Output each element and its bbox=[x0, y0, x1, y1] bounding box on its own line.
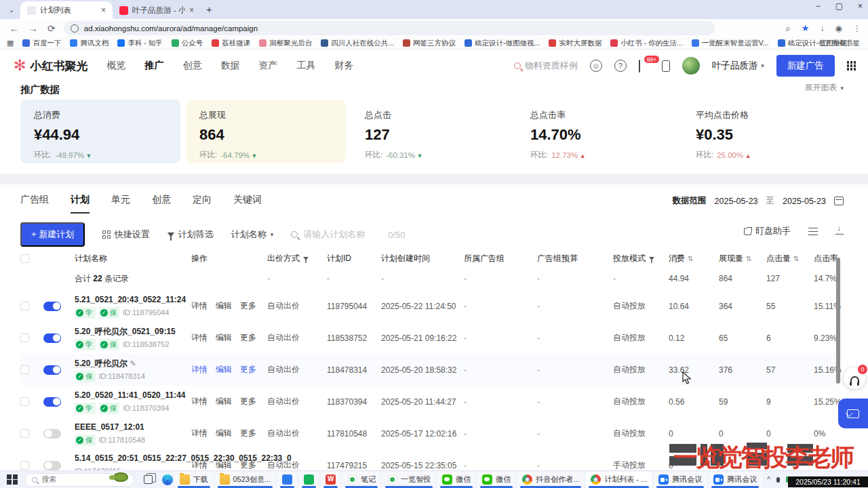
nav-assets[interactable]: 资产 bbox=[258, 60, 277, 72]
edit-link[interactable]: 编辑 bbox=[216, 396, 232, 407]
notifications-bell-icon[interactable]: 99+ bbox=[639, 60, 650, 71]
taskbar-search[interactable]: 搜索 bbox=[24, 473, 134, 487]
tray-expand-icon[interactable]: ^ bbox=[767, 476, 770, 483]
plan-name[interactable]: 5.14_0515_20:51_0515_22:27_0515_22:30_05… bbox=[75, 453, 191, 464]
bookmark-item[interactable]: 稿定设计-做图做视... bbox=[465, 39, 540, 48]
bookmark-item[interactable]: 荔枝微课 bbox=[212, 39, 250, 48]
taskbar-item[interactable] bbox=[299, 472, 319, 488]
filter-icon[interactable] bbox=[303, 256, 309, 260]
col-bid-type[interactable]: 出价方式 bbox=[267, 253, 327, 264]
new-ad-button[interactable]: 新建广告 bbox=[776, 55, 835, 77]
row-checkbox[interactable] bbox=[20, 461, 29, 470]
browser-tab-active[interactable]: 计划列表 × bbox=[20, 1, 113, 19]
bookmark-item[interactable]: 洞察聚光后台 bbox=[259, 39, 312, 48]
taskbar-item[interactable]: 下载 bbox=[175, 472, 213, 488]
taskbar-item[interactable]: 腾讯会议 bbox=[654, 472, 707, 488]
taskbar-item[interactable]: 微信 bbox=[477, 472, 515, 488]
tab-close-icon[interactable]: × bbox=[189, 5, 194, 15]
tab-creative[interactable]: 创意 bbox=[152, 194, 171, 214]
tab-unit[interactable]: 单元 bbox=[111, 194, 130, 214]
plan-status-toggle[interactable] bbox=[43, 397, 61, 407]
message-button[interactable] bbox=[838, 399, 868, 428]
reload-icon[interactable]: ⟳ bbox=[47, 23, 56, 34]
edit-link[interactable]: 编辑 bbox=[216, 460, 232, 470]
taskbar-item[interactable]: 笔记 bbox=[342, 472, 380, 488]
more-link[interactable]: 更多 bbox=[240, 364, 256, 375]
bookmark-item[interactable]: 腾讯文档 bbox=[70, 39, 108, 48]
detail-link[interactable]: 详情 bbox=[191, 300, 208, 312]
edit-pencil-icon[interactable]: ✎ bbox=[130, 359, 136, 367]
help-icon[interactable]: ? bbox=[614, 60, 627, 72]
taskbar-item[interactable]: 计划列表 - ... bbox=[586, 472, 652, 488]
account-menu[interactable]: 叶子品质游▾ bbox=[712, 60, 764, 72]
new-plan-button[interactable]: + 新建计划 bbox=[20, 222, 85, 247]
plan-status-toggle[interactable] bbox=[43, 461, 61, 470]
nav-data[interactable]: 数据 bbox=[220, 60, 239, 72]
select-all-checkbox[interactable] bbox=[20, 254, 29, 263]
tab-close-icon[interactable]: × bbox=[101, 5, 106, 15]
tab-search-caret[interactable]: ⌄ bbox=[4, 3, 19, 16]
all-bookmarks-button[interactable]: 所有书签 bbox=[821, 39, 860, 48]
bookmark-item[interactable]: 网签三方协议 bbox=[403, 39, 456, 48]
row-checkbox[interactable] bbox=[20, 333, 29, 342]
avatar[interactable] bbox=[682, 57, 700, 75]
more-link[interactable]: 更多 bbox=[240, 460, 256, 470]
site-info-icon[interactable] bbox=[71, 24, 79, 33]
minimize-button[interactable]: − bbox=[816, 1, 821, 11]
col-delivery-mode[interactable]: 投放模式 bbox=[613, 253, 669, 264]
table-scrollbar[interactable] bbox=[836, 258, 840, 384]
plan-name-dropdown[interactable]: 计划名称▾ bbox=[231, 228, 274, 241]
tab-targeting[interactable]: 定向 bbox=[193, 194, 212, 214]
plan-name[interactable]: 5.21_0521_20:43_0522_11:24 bbox=[75, 293, 191, 306]
col-cost[interactable]: 消费⇅ bbox=[669, 253, 719, 264]
microphone-icon[interactable] bbox=[776, 477, 780, 483]
bookmark-item[interactable]: 四川人社在线公共... bbox=[321, 39, 394, 48]
taskbar-item[interactable]: 0523创意... bbox=[215, 472, 276, 488]
plan-filter-button[interactable]: 计划筛选 bbox=[167, 228, 214, 241]
calendar-icon[interactable] bbox=[834, 197, 844, 205]
taskbar-item[interactable]: 一览智投 bbox=[382, 472, 435, 488]
filter-icon[interactable] bbox=[649, 256, 654, 260]
edit-link[interactable]: 编辑 bbox=[216, 428, 232, 439]
date-to[interactable]: 2025-05-23 bbox=[783, 197, 826, 206]
edit-link[interactable]: 编辑 bbox=[216, 300, 232, 312]
zoom-icon[interactable]: ⌕ bbox=[786, 23, 791, 34]
detail-link[interactable]: 详情 bbox=[191, 396, 208, 407]
more-link[interactable]: 更多 bbox=[240, 428, 256, 439]
row-checkbox[interactable] bbox=[20, 365, 29, 374]
tab-keywords[interactable]: 关键词 bbox=[233, 194, 262, 214]
address-bar[interactable]: ad.xiaohongshu.com/aurora/ad/manage/camp… bbox=[64, 21, 715, 35]
sort-icon[interactable]: ⇅ bbox=[688, 255, 693, 262]
browser-menu-icon[interactable]: ⋮ bbox=[853, 24, 861, 33]
taskbar-item[interactable]: 抖音创作者... bbox=[517, 472, 584, 488]
back-icon[interactable]: ← bbox=[9, 23, 19, 34]
bookmark-item[interactable]: 公众号 bbox=[172, 39, 203, 48]
col-ctr[interactable]: 点击率 bbox=[814, 253, 838, 264]
col-plan-name[interactable]: 计划名称 bbox=[75, 253, 191, 264]
feedback-smiley-icon[interactable]: ☺ bbox=[590, 60, 602, 72]
col-impressions[interactable]: 展现量⇅ bbox=[719, 253, 766, 264]
detail-link[interactable]: 详情 bbox=[191, 460, 208, 470]
start-button[interactable] bbox=[7, 474, 18, 485]
close-window-button[interactable]: × bbox=[858, 1, 863, 11]
nav-creative[interactable]: 创意 bbox=[182, 60, 201, 72]
downloads-icon[interactable]: ↓ bbox=[821, 24, 825, 33]
bookmark-item[interactable]: 百度一下 bbox=[22, 39, 61, 48]
plan-search-input[interactable]: 请输入计划名称0/50 bbox=[291, 228, 405, 241]
tab-ad-group[interactable]: 广告组 bbox=[20, 194, 49, 214]
taskbar-item[interactable]: 微信 bbox=[437, 472, 475, 488]
plan-name[interactable]: 5.20_呼伦贝尔_0521_09:15 bbox=[75, 325, 191, 338]
nav-promotion[interactable]: 推广 bbox=[144, 60, 163, 72]
task-view-icon[interactable] bbox=[144, 475, 153, 484]
mobile-app-icon[interactable] bbox=[662, 60, 670, 72]
expand-chart-toggle[interactable]: 展开图表▾ bbox=[804, 82, 844, 94]
date-from[interactable]: 2025-05-23 bbox=[715, 197, 758, 206]
sort-icon[interactable]: ⇅ bbox=[793, 255, 799, 262]
plan-status-toggle[interactable] bbox=[43, 302, 61, 311]
bookmark-item[interactable]: 一觉醒来智意运营V... bbox=[692, 39, 769, 48]
col-clicks[interactable]: 点击量⇅ bbox=[766, 253, 814, 264]
edit-link[interactable]: 编辑 bbox=[216, 332, 232, 344]
plan-status-toggle[interactable] bbox=[43, 365, 61, 375]
quick-settings-button[interactable]: 快捷设置 bbox=[102, 228, 150, 241]
header-search[interactable]: 物料资质样例 bbox=[514, 60, 578, 72]
